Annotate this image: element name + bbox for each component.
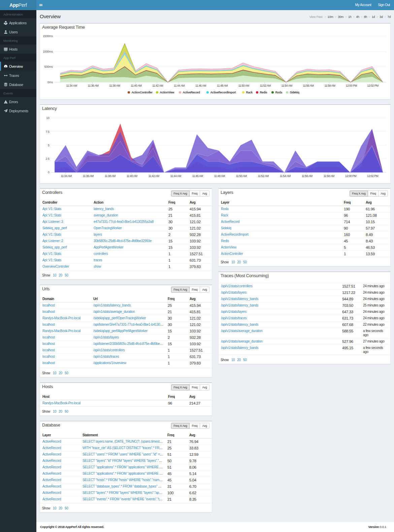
svg-text:11:56 AM: 11:56 AM — [302, 174, 313, 178]
svg-text:1000ms: 1000ms — [43, 50, 53, 53]
svg-text:0: 0 — [48, 171, 50, 174]
svg-text:ActiveRecord: ActiveRecord — [183, 91, 200, 94]
svg-text:Redis: Redis — [260, 91, 267, 94]
svg-text:11:42 AM: 11:42 AM — [152, 84, 163, 87]
svg-text:0ms: 0ms — [47, 81, 53, 84]
svg-text:11:34 AM: 11:34 AM — [66, 84, 77, 87]
svg-text:ActiveRecordImport: ActiveRecordImport — [210, 91, 236, 94]
svg-text:11:48 AM: 11:48 AM — [214, 174, 225, 178]
svg-text:11:54 AM: 11:54 AM — [280, 174, 291, 178]
svg-text:11:36 AM: 11:36 AM — [88, 84, 98, 87]
svg-text:11:36 AM: 11:36 AM — [83, 174, 94, 178]
svg-text:11:42 AM: 11:42 AM — [149, 174, 159, 178]
svg-text:11:50 AM: 11:50 AM — [236, 174, 247, 178]
svg-text:500ms: 500ms — [44, 65, 53, 68]
svg-text:11:58 AM: 11:58 AM — [324, 84, 335, 87]
svg-text:11:38 AM: 11:38 AM — [109, 84, 120, 87]
svg-text:12:02 PM: 12:02 PM — [367, 174, 378, 178]
svg-text:11:52 AM: 11:52 AM — [260, 84, 271, 87]
svg-text:12:02 PM: 12:02 PM — [367, 84, 379, 87]
svg-text:ActionController: ActionController — [132, 91, 153, 94]
svg-text:Rack: Rack — [246, 91, 253, 94]
svg-text:11:40 AM: 11:40 AM — [131, 84, 141, 87]
svg-text:11:46 AM: 11:46 AM — [192, 174, 203, 178]
svg-text:Sidekiq: Sidekiq — [290, 91, 299, 94]
svg-text:11:52 AM: 11:52 AM — [258, 174, 269, 178]
svg-text:12:00 PM: 12:00 PM — [345, 174, 356, 178]
svg-text:11:54 AM: 11:54 AM — [282, 84, 292, 87]
svg-text:11:38 AM: 11:38 AM — [105, 174, 116, 178]
svg-text:11:44 AM: 11:44 AM — [170, 174, 181, 178]
svg-text:1500ms: 1500ms — [43, 34, 53, 38]
svg-text:10: 10 — [46, 116, 50, 120]
svg-text:11:44 AM: 11:44 AM — [174, 84, 185, 87]
svg-text:ActionView: ActionView — [160, 91, 174, 94]
svg-text:11:34 AM: 11:34 AM — [61, 174, 72, 178]
svg-text:Roda: Roda — [275, 91, 283, 94]
svg-text:11:50 AM: 11:50 AM — [238, 84, 249, 87]
svg-text:7.5: 7.5 — [45, 130, 50, 134]
svg-text:11:58 AM: 11:58 AM — [324, 174, 334, 178]
svg-text:11:48 AM: 11:48 AM — [217, 84, 228, 87]
svg-text:12:00 PM: 12:00 PM — [346, 84, 357, 87]
svg-text:2.5: 2.5 — [45, 157, 50, 160]
svg-text:11:40 AM: 11:40 AM — [127, 174, 137, 178]
svg-text:5: 5 — [48, 144, 50, 147]
svg-text:11:46 AM: 11:46 AM — [195, 84, 206, 87]
svg-text:11:56 AM: 11:56 AM — [303, 84, 314, 87]
